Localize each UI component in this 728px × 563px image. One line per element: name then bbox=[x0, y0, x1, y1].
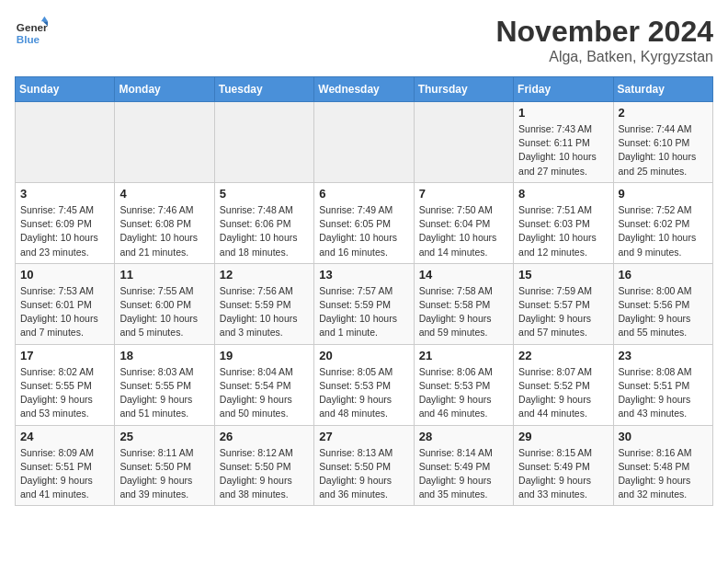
day-info: Sunrise: 8:15 AM Sunset: 5:49 PM Dayligh… bbox=[518, 446, 608, 502]
day-info: Sunrise: 7:56 AM Sunset: 5:59 PM Dayligh… bbox=[220, 284, 309, 340]
day-info: Sunrise: 8:14 AM Sunset: 5:49 PM Dayligh… bbox=[419, 446, 508, 502]
day-info: Sunrise: 7:50 AM Sunset: 6:04 PM Dayligh… bbox=[419, 203, 508, 259]
day-number: 1 bbox=[518, 106, 608, 120]
day-info: Sunrise: 7:53 AM Sunset: 6:01 PM Dayligh… bbox=[20, 284, 109, 340]
day-info: Sunrise: 8:05 AM Sunset: 5:53 PM Dayligh… bbox=[319, 365, 408, 421]
calendar-cell: 22Sunrise: 8:07 AM Sunset: 5:52 PM Dayli… bbox=[514, 344, 613, 425]
calendar-table: SundayMondayTuesdayWednesdayThursdayFrid… bbox=[15, 76, 713, 506]
day-number: 21 bbox=[419, 349, 508, 362]
calendar-cell: 7Sunrise: 7:50 AM Sunset: 6:04 PM Daylig… bbox=[414, 182, 513, 263]
day-info: Sunrise: 8:00 AM Sunset: 5:56 PM Dayligh… bbox=[619, 284, 708, 340]
calendar-cell: 15Sunrise: 7:59 AM Sunset: 5:57 PM Dayli… bbox=[514, 263, 613, 344]
calendar-cell: 24Sunrise: 8:09 AM Sunset: 5:51 PM Dayli… bbox=[16, 425, 115, 506]
day-info: Sunrise: 8:12 AM Sunset: 5:50 PM Dayligh… bbox=[220, 446, 309, 502]
calendar-cell: 28Sunrise: 8:14 AM Sunset: 5:49 PM Dayli… bbox=[414, 425, 513, 506]
day-number: 15 bbox=[518, 268, 608, 282]
weekday-header-friday: Friday bbox=[514, 77, 613, 102]
day-number: 9 bbox=[619, 187, 708, 201]
title-block: November 2024 Alga, Batken, Kyrgyzstan bbox=[495, 15, 713, 65]
day-info: Sunrise: 7:46 AM Sunset: 6:08 PM Dayligh… bbox=[119, 203, 209, 259]
month-title: November 2024 bbox=[495, 15, 713, 49]
weekday-header-thursday: Thursday bbox=[414, 77, 513, 102]
day-info: Sunrise: 7:45 AM Sunset: 6:09 PM Dayligh… bbox=[20, 203, 109, 259]
calendar-cell: 20Sunrise: 8:05 AM Sunset: 5:53 PM Dayli… bbox=[314, 344, 414, 425]
day-info: Sunrise: 8:11 AM Sunset: 5:50 PM Dayligh… bbox=[119, 446, 209, 502]
day-number: 23 bbox=[619, 349, 708, 362]
day-info: Sunrise: 7:52 AM Sunset: 6:02 PM Dayligh… bbox=[619, 203, 708, 259]
calendar-cell: 18Sunrise: 8:03 AM Sunset: 5:55 PM Dayli… bbox=[115, 344, 214, 425]
calendar-cell: 3Sunrise: 7:45 AM Sunset: 6:09 PM Daylig… bbox=[16, 182, 115, 263]
calendar-cell: 13Sunrise: 7:57 AM Sunset: 5:59 PM Dayli… bbox=[314, 263, 414, 344]
calendar-cell: 14Sunrise: 7:58 AM Sunset: 5:58 PM Dayli… bbox=[414, 263, 513, 344]
calendar-cell: 2Sunrise: 7:44 AM Sunset: 6:10 PM Daylig… bbox=[613, 102, 712, 183]
day-number: 10 bbox=[20, 268, 109, 282]
calendar-cell: 25Sunrise: 8:11 AM Sunset: 5:50 PM Dayli… bbox=[115, 425, 214, 506]
day-number: 3 bbox=[20, 187, 109, 201]
weekday-header-wednesday: Wednesday bbox=[314, 77, 414, 102]
calendar-cell: 23Sunrise: 8:08 AM Sunset: 5:51 PM Dayli… bbox=[613, 344, 712, 425]
weekday-header-monday: Monday bbox=[115, 77, 214, 102]
day-number: 16 bbox=[619, 268, 708, 282]
calendar-cell: 10Sunrise: 7:53 AM Sunset: 6:01 PM Dayli… bbox=[16, 263, 115, 344]
svg-text:General: General bbox=[17, 21, 48, 33]
calendar-cell: 4Sunrise: 7:46 AM Sunset: 6:08 PM Daylig… bbox=[115, 182, 214, 263]
calendar-cell: 27Sunrise: 8:13 AM Sunset: 5:50 PM Dayli… bbox=[314, 425, 414, 506]
day-number: 14 bbox=[419, 268, 508, 282]
day-number: 13 bbox=[319, 268, 408, 282]
calendar-cell: 30Sunrise: 8:16 AM Sunset: 5:48 PM Dayli… bbox=[613, 425, 712, 506]
day-number: 24 bbox=[20, 430, 109, 443]
day-info: Sunrise: 8:02 AM Sunset: 5:55 PM Dayligh… bbox=[20, 365, 109, 421]
page-header: General Blue November 2024 Alga, Batken,… bbox=[15, 15, 713, 65]
calendar-cell: 16Sunrise: 8:00 AM Sunset: 5:56 PM Dayli… bbox=[613, 263, 712, 344]
calendar-cell bbox=[414, 102, 513, 183]
day-info: Sunrise: 8:06 AM Sunset: 5:53 PM Dayligh… bbox=[419, 365, 508, 421]
day-number: 5 bbox=[220, 187, 309, 201]
day-number: 28 bbox=[419, 430, 508, 443]
calendar-cell: 12Sunrise: 7:56 AM Sunset: 5:59 PM Dayli… bbox=[214, 263, 313, 344]
day-number: 20 bbox=[319, 349, 408, 362]
day-info: Sunrise: 7:59 AM Sunset: 5:57 PM Dayligh… bbox=[518, 284, 608, 340]
day-number: 27 bbox=[319, 430, 408, 443]
calendar-cell bbox=[314, 102, 414, 183]
calendar-cell bbox=[16, 102, 115, 183]
day-info: Sunrise: 7:51 AM Sunset: 6:03 PM Dayligh… bbox=[518, 203, 608, 259]
day-number: 18 bbox=[119, 349, 209, 362]
calendar-cell: 17Sunrise: 8:02 AM Sunset: 5:55 PM Dayli… bbox=[16, 344, 115, 425]
calendar-cell: 29Sunrise: 8:15 AM Sunset: 5:49 PM Dayli… bbox=[514, 425, 613, 506]
day-info: Sunrise: 7:49 AM Sunset: 6:05 PM Dayligh… bbox=[319, 203, 408, 259]
day-info: Sunrise: 7:57 AM Sunset: 5:59 PM Dayligh… bbox=[319, 284, 408, 340]
day-number: 8 bbox=[518, 187, 608, 201]
day-number: 7 bbox=[419, 187, 508, 201]
weekday-header-saturday: Saturday bbox=[613, 77, 712, 102]
weekday-header-sunday: Sunday bbox=[16, 77, 115, 102]
calendar-cell: 8Sunrise: 7:51 AM Sunset: 6:03 PM Daylig… bbox=[514, 182, 613, 263]
calendar-cell: 19Sunrise: 8:04 AM Sunset: 5:54 PM Dayli… bbox=[214, 344, 313, 425]
calendar-cell: 1Sunrise: 7:43 AM Sunset: 6:11 PM Daylig… bbox=[514, 102, 613, 183]
day-info: Sunrise: 8:08 AM Sunset: 5:51 PM Dayligh… bbox=[619, 365, 708, 421]
day-number: 17 bbox=[20, 349, 109, 362]
day-info: Sunrise: 8:16 AM Sunset: 5:48 PM Dayligh… bbox=[619, 446, 708, 502]
logo-icon: General Blue bbox=[15, 15, 48, 48]
day-number: 29 bbox=[518, 430, 608, 443]
day-number: 25 bbox=[119, 430, 209, 443]
day-info: Sunrise: 7:43 AM Sunset: 6:11 PM Dayligh… bbox=[518, 122, 608, 178]
location: Alga, Batken, Kyrgyzstan bbox=[495, 49, 713, 65]
day-info: Sunrise: 7:48 AM Sunset: 6:06 PM Dayligh… bbox=[220, 203, 309, 259]
calendar-cell: 5Sunrise: 7:48 AM Sunset: 6:06 PM Daylig… bbox=[214, 182, 313, 263]
day-number: 30 bbox=[619, 430, 708, 443]
day-number: 2 bbox=[619, 106, 708, 120]
day-info: Sunrise: 8:03 AM Sunset: 5:55 PM Dayligh… bbox=[119, 365, 209, 421]
day-number: 19 bbox=[220, 349, 309, 362]
day-number: 22 bbox=[518, 349, 608, 362]
svg-text:Blue: Blue bbox=[17, 33, 40, 45]
day-info: Sunrise: 8:13 AM Sunset: 5:50 PM Dayligh… bbox=[319, 446, 408, 502]
day-info: Sunrise: 7:55 AM Sunset: 6:00 PM Dayligh… bbox=[119, 284, 209, 340]
calendar-cell: 9Sunrise: 7:52 AM Sunset: 6:02 PM Daylig… bbox=[613, 182, 712, 263]
calendar-cell: 11Sunrise: 7:55 AM Sunset: 6:00 PM Dayli… bbox=[115, 263, 214, 344]
calendar-cell bbox=[214, 102, 313, 183]
logo: General Blue bbox=[15, 15, 48, 48]
svg-marker-2 bbox=[41, 17, 48, 21]
day-info: Sunrise: 8:07 AM Sunset: 5:52 PM Dayligh… bbox=[518, 365, 608, 421]
day-info: Sunrise: 7:44 AM Sunset: 6:10 PM Dayligh… bbox=[619, 122, 708, 178]
day-number: 11 bbox=[119, 268, 209, 282]
